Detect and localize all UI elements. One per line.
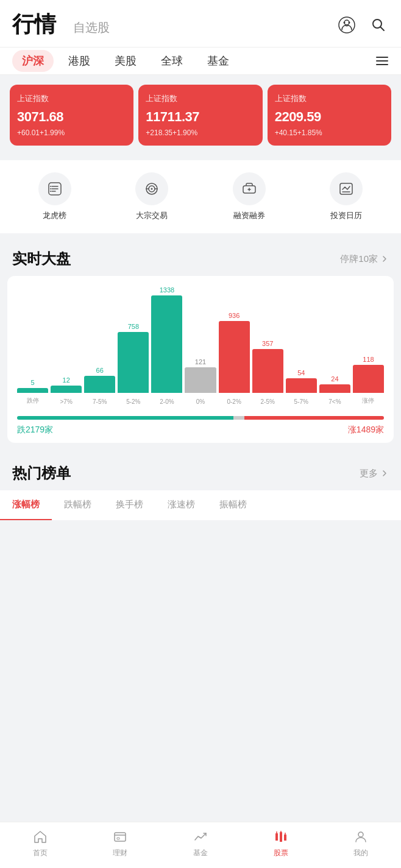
hot-title: 热门榜单 xyxy=(12,464,71,483)
chart-bars-area: 5跌停12>7%667-5%7585-2%13382-0%1210%9360-2… xyxy=(17,286,384,408)
bar-group-7: 3572-5% xyxy=(252,286,283,393)
longhubang-icon xyxy=(38,172,71,205)
bar-value-10: 118 xyxy=(363,356,374,363)
bar-rect-5 xyxy=(185,367,216,393)
longhubang-label: 龙虎榜 xyxy=(43,210,66,221)
quick-item-dazong[interactable]: 大宗交易 xyxy=(135,172,168,221)
svg-rect-20 xyxy=(115,833,126,841)
bar-label-5: 0% xyxy=(196,398,205,405)
bar-rect-1 xyxy=(51,386,82,393)
page-title: 行情 xyxy=(12,10,56,40)
tab-hk[interactable]: 港股 xyxy=(59,48,100,74)
bar-label-1: >7% xyxy=(60,398,72,405)
bar-rect-9 xyxy=(319,384,350,393)
bar-group-3: 7585-2% xyxy=(118,286,149,393)
bar-group-8: 545-7% xyxy=(286,286,317,393)
bottom-nav: 首页 理财 基金 xyxy=(0,822,401,868)
bar-label-7: 2-5% xyxy=(261,398,275,405)
bar-value-2: 66 xyxy=(96,367,104,374)
bar-group-4: 13382-0% xyxy=(151,286,182,393)
nav-profile[interactable]: 我的 xyxy=(321,828,401,858)
tab-global[interactable]: 全球 xyxy=(151,48,193,74)
bar-label-9: 7<% xyxy=(328,398,341,405)
hot-more-link[interactable]: 更多 xyxy=(360,468,389,479)
index-card-0[interactable]: 上证指数 3071.68 +60.01+1.99% xyxy=(10,85,133,146)
svg-point-11 xyxy=(50,191,51,192)
header-icons xyxy=(336,15,389,35)
bar-value-5: 121 xyxy=(195,358,206,365)
tab-fund[interactable]: 基金 xyxy=(197,48,239,74)
bar-label-10: 涨停 xyxy=(362,397,374,405)
stock-icon xyxy=(272,828,289,845)
market-chart: 5跌停12>7%667-5%7585-2%13382-0%1210%9360-2… xyxy=(7,276,394,443)
index-cards: 上证指数 3071.68 +60.01+1.99% 上证指数 11711.37 … xyxy=(0,75,401,155)
hot-tab-amplitude[interactable]: 振幅榜 xyxy=(207,490,259,520)
dazong-label: 大宗交易 xyxy=(136,210,168,221)
quick-menu: 龙虎榜 大宗交易 融资融券 xyxy=(0,160,401,233)
bar-value-4: 1338 xyxy=(160,286,174,294)
quick-item-rongzi[interactable]: 融资融券 xyxy=(233,172,266,221)
touzi-label: 投资日历 xyxy=(330,210,362,221)
tab-us[interactable]: 美股 xyxy=(105,48,146,74)
search-icon[interactable] xyxy=(368,15,389,35)
realtime-link[interactable]: 停牌10家 xyxy=(340,253,389,265)
divider-2 xyxy=(0,443,401,448)
progress-up xyxy=(244,416,384,420)
nav-fund[interactable]: 基金 xyxy=(160,828,241,858)
index-card-0-title: 上证指数 xyxy=(17,93,126,104)
hot-tab-speed[interactable]: 涨速榜 xyxy=(155,490,207,520)
nav-home[interactable]: 首页 xyxy=(0,828,80,858)
bar-group-2: 667-5% xyxy=(84,286,115,393)
bar-value-0: 5 xyxy=(30,379,34,386)
index-card-2-value: 2209.59 xyxy=(275,109,384,125)
bar-group-9: 247<% xyxy=(319,286,350,393)
tab-shanghai[interactable]: 沪深 xyxy=(12,50,54,72)
nav-stock-label: 股票 xyxy=(274,848,288,858)
svg-point-14 xyxy=(151,188,153,190)
quick-item-touzi[interactable]: 投资日历 xyxy=(330,172,363,221)
index-card-1-title: 上证指数 xyxy=(146,93,255,104)
index-card-0-value: 3071.68 xyxy=(17,109,126,125)
svg-rect-24 xyxy=(280,832,282,842)
bar-label-6: 0-2% xyxy=(227,398,241,405)
bar-rect-2 xyxy=(84,376,115,393)
realtime-section-header: 实时大盘 停牌10家 xyxy=(0,238,401,276)
bar-rect-10 xyxy=(353,365,384,393)
nav-stock[interactable]: 股票 xyxy=(241,828,321,858)
bar-value-7: 357 xyxy=(262,340,273,347)
market-progress-bar xyxy=(17,416,384,420)
index-card-1[interactable]: 上证指数 11711.37 +218.35+1.90% xyxy=(138,85,262,146)
bar-rect-0 xyxy=(17,388,48,393)
bar-group-0: 5跌停 xyxy=(17,286,48,393)
dazong-icon xyxy=(135,172,168,205)
hot-tab-fall[interactable]: 跌幅榜 xyxy=(52,490,104,520)
index-card-0-change: +60.01+1.99% xyxy=(17,129,126,137)
fund-icon xyxy=(192,828,209,845)
summary-up-label: 涨1489家 xyxy=(348,425,384,436)
index-card-1-value: 11711.37 xyxy=(146,109,255,125)
bar-label-4: 2-0% xyxy=(160,398,174,405)
nav-profile-label: 我的 xyxy=(353,848,368,858)
bar-value-3: 758 xyxy=(128,323,139,330)
nav-finance-label: 理财 xyxy=(113,848,127,858)
bar-value-9: 24 xyxy=(331,375,338,383)
svg-point-2 xyxy=(344,21,346,23)
hot-section-header: 热门榜单 更多 xyxy=(0,453,401,490)
header-subtitle[interactable]: 自选股 xyxy=(73,19,110,36)
bar-label-8: 5-7% xyxy=(294,398,308,405)
avatar-icon[interactable] xyxy=(336,15,357,35)
bar-value-8: 54 xyxy=(297,369,305,376)
bar-label-2: 7-5% xyxy=(93,398,107,405)
nav-finance[interactable]: 理财 xyxy=(80,828,161,858)
hot-tab-rise[interactable]: 涨幅榜 xyxy=(0,490,52,520)
quick-item-longhubang[interactable]: 龙虎榜 xyxy=(38,172,71,221)
svg-rect-25 xyxy=(284,834,286,841)
bar-group-5: 1210% xyxy=(185,286,216,393)
index-card-2[interactable]: 上证指数 2209.59 +40.15+1.85% xyxy=(268,85,391,146)
home-icon xyxy=(32,828,49,845)
hot-tab-turnover[interactable]: 换手榜 xyxy=(104,490,155,520)
index-card-2-title: 上证指数 xyxy=(275,93,384,104)
tabs-more-icon[interactable] xyxy=(375,54,389,68)
bar-label-3: 5-2% xyxy=(126,398,140,405)
progress-neutral xyxy=(233,416,244,420)
